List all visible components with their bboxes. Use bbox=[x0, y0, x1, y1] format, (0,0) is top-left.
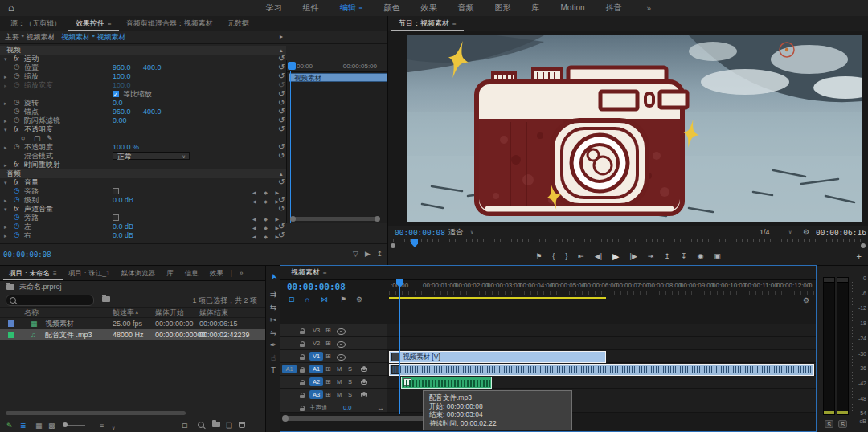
settings-wrench-icon[interactable]: ⚙ bbox=[803, 227, 809, 238]
hand-tool[interactable]: ☝ bbox=[266, 353, 280, 362]
item-name[interactable]: 视频素材 bbox=[45, 318, 74, 329]
pen-mask-icon[interactable]: ✎ bbox=[47, 134, 53, 143]
tab-sequence[interactable]: 视频素材 ≡ bbox=[284, 266, 334, 279]
menu-audio[interactable]: 音频 bbox=[448, 0, 485, 16]
ripple-edit-tool[interactable]: ⇆ bbox=[266, 303, 280, 312]
playhead[interactable] bbox=[399, 279, 400, 414]
new-item-icon[interactable]: ❏ bbox=[226, 422, 232, 430]
export-frame-icon[interactable]: ◉ bbox=[697, 249, 703, 263]
tab-project-zhujiang[interactable]: 项目：珠江_1 bbox=[63, 267, 116, 280]
expander-icon[interactable]: ▸ bbox=[4, 72, 7, 81]
lock-icon[interactable] bbox=[300, 344, 305, 347]
item-name[interactable]: 配音文件 .mp3 bbox=[45, 329, 92, 340]
reset-icon[interactable]: ↺ bbox=[278, 116, 285, 124]
overflow-chevrons-icon[interactable]: » bbox=[234, 267, 249, 280]
rect-mask-icon[interactable]: ▢ bbox=[34, 134, 41, 143]
pen-tool[interactable]: ✒ bbox=[266, 340, 280, 349]
param-value[interactable]: 400.0 bbox=[143, 108, 162, 116]
effect-controls-mini-timeline[interactable]: 00:00 00:00:05:00 视频素材 bbox=[286, 60, 387, 223]
expander-icon[interactable]: ▾ bbox=[4, 205, 7, 214]
column-header[interactable]: 帧速率 bbox=[113, 308, 134, 317]
reset-icon[interactable]: ↺ bbox=[278, 177, 285, 186]
track-target-V3[interactable]: V3 bbox=[309, 326, 323, 335]
master-clip-label[interactable]: 主要 * 视频素材 bbox=[5, 31, 55, 43]
sort-ascending-icon[interactable]: ∧ bbox=[135, 308, 138, 317]
automate-to-sequence-icon[interactable]: ⊟ bbox=[182, 422, 188, 430]
param-value[interactable]: 0.00 bbox=[113, 116, 127, 125]
menu-libraries[interactable]: 库 bbox=[522, 0, 551, 16]
lock-icon[interactable] bbox=[300, 382, 305, 385]
go-to-out-icon[interactable]: ⇥ bbox=[648, 249, 654, 263]
menu-assembly[interactable]: 组件 bbox=[293, 0, 330, 16]
sync-lock-icon[interactable]: ⊞ bbox=[326, 389, 331, 401]
chevron-down-icon[interactable]: ∨ bbox=[470, 227, 473, 238]
stopwatch-icon[interactable]: ◷ bbox=[14, 186, 20, 195]
solo-button[interactable]: S bbox=[825, 420, 833, 428]
selection-tool[interactable]: ➤ bbox=[266, 272, 280, 281]
reset-icon[interactable]: ↺ bbox=[278, 204, 285, 213]
mark-out-icon[interactable]: } bbox=[565, 249, 567, 263]
reset-icon[interactable]: ↺ bbox=[278, 89, 285, 98]
solo-button[interactable]: S bbox=[838, 420, 847, 428]
clip-audio-a1[interactable] bbox=[389, 364, 814, 376]
track-output-icon[interactable] bbox=[337, 341, 346, 348]
column-header[interactable]: 名称 bbox=[24, 308, 39, 317]
step-back-icon[interactable]: ◀| bbox=[595, 249, 602, 263]
project-row[interactable]: ♫配音文件 .mp348000 Hz00:00:00:0000000:00:02… bbox=[0, 329, 265, 340]
menu-color[interactable]: 颜色 bbox=[374, 0, 411, 16]
reset-icon[interactable]: ↺ bbox=[278, 230, 285, 239]
sequence-clip-label[interactable]: 视频素材 * 视频素材 bbox=[61, 31, 126, 43]
param-value[interactable]: 960.0 bbox=[113, 108, 131, 116]
program-timecode[interactable]: 00:00:00:08 bbox=[395, 227, 445, 238]
tab-project-untitled[interactable]: 项目：未命名≡ bbox=[3, 267, 63, 280]
menu-motion[interactable]: Motion bbox=[551, 0, 596, 16]
step-forward-icon[interactable]: |▶ bbox=[630, 249, 637, 263]
home-icon[interactable]: ⌂ bbox=[8, 0, 14, 16]
sync-lock-icon[interactable]: ⊞ bbox=[326, 350, 331, 363]
timeline-timecode[interactable]: 00:00:00:08 bbox=[287, 282, 346, 292]
nested-sequence-icon[interactable]: ⊡ bbox=[289, 295, 295, 304]
filter-effects-icon[interactable]: ▽ bbox=[353, 250, 358, 258]
menu-douyin[interactable]: 抖音 bbox=[596, 0, 633, 16]
tab-libraries[interactable]: 库 bbox=[161, 267, 179, 280]
stopwatch-icon[interactable]: ◷ bbox=[14, 71, 20, 80]
play-icon[interactable]: ▶ bbox=[612, 249, 619, 263]
mute-button[interactable]: M bbox=[337, 389, 342, 401]
sort-icon[interactable]: ≡ bbox=[100, 422, 104, 430]
track-header-master[interactable]: 主声道0.0↔ bbox=[280, 401, 387, 413]
razor-tool[interactable]: ✂ bbox=[266, 316, 280, 324]
expander-icon[interactable]: ▾ bbox=[4, 125, 7, 134]
stopwatch-icon[interactable]: ◷ bbox=[14, 213, 20, 222]
tab-audio-clip-mixer[interactable]: 音频剪辑混合器：视频素材 bbox=[119, 17, 220, 31]
expander-icon[interactable]: ▸ bbox=[4, 81, 7, 90]
uniform-scale-checkbox[interactable] bbox=[113, 91, 119, 97]
clip-audio-a2[interactable] bbox=[401, 377, 492, 389]
clear-icon[interactable] bbox=[239, 422, 245, 428]
mini-timeline-clip[interactable]: 视频素材 bbox=[289, 73, 387, 82]
solo-button[interactable]: S bbox=[348, 376, 352, 389]
param-value[interactable]: 0.0 bbox=[113, 99, 123, 108]
bin-icon[interactable] bbox=[102, 296, 110, 302]
go-to-in-icon[interactable]: ⇤ bbox=[578, 249, 584, 263]
reset-icon[interactable]: ↺ bbox=[278, 151, 285, 160]
reset-icon[interactable]: ↺ bbox=[278, 63, 285, 71]
work-area-bar[interactable] bbox=[389, 297, 606, 299]
sync-lock-icon[interactable]: ⊞ bbox=[326, 363, 331, 376]
track-target-V2[interactable]: V2 bbox=[309, 339, 323, 348]
stopwatch-icon[interactable]: ◷ bbox=[14, 195, 20, 204]
expander-icon[interactable]: ▸ bbox=[4, 161, 7, 169]
stopwatch-icon[interactable]: ◷ bbox=[14, 230, 20, 239]
param-value[interactable]: 100.0 bbox=[113, 72, 131, 81]
master-level-value[interactable]: 0.0 bbox=[343, 401, 351, 414]
project-scrollbar[interactable] bbox=[6, 411, 186, 415]
label-color-swatch[interactable] bbox=[8, 332, 14, 338]
sync-lock-icon[interactable]: ⊞ bbox=[326, 376, 331, 389]
source-patch-A1[interactable]: A1 bbox=[282, 365, 297, 373]
reset-icon[interactable]: ↺ bbox=[278, 107, 285, 116]
add-marker-icon[interactable]: ⚑ bbox=[535, 249, 542, 263]
export-icon[interactable]: ↥ bbox=[376, 250, 383, 258]
track-lane-V3[interactable] bbox=[387, 324, 816, 337]
expander-icon[interactable]: ▸ bbox=[4, 231, 7, 240]
stopwatch-icon[interactable]: ◷ bbox=[14, 80, 20, 89]
playback-resolution-select[interactable]: 1/4 bbox=[760, 227, 770, 238]
